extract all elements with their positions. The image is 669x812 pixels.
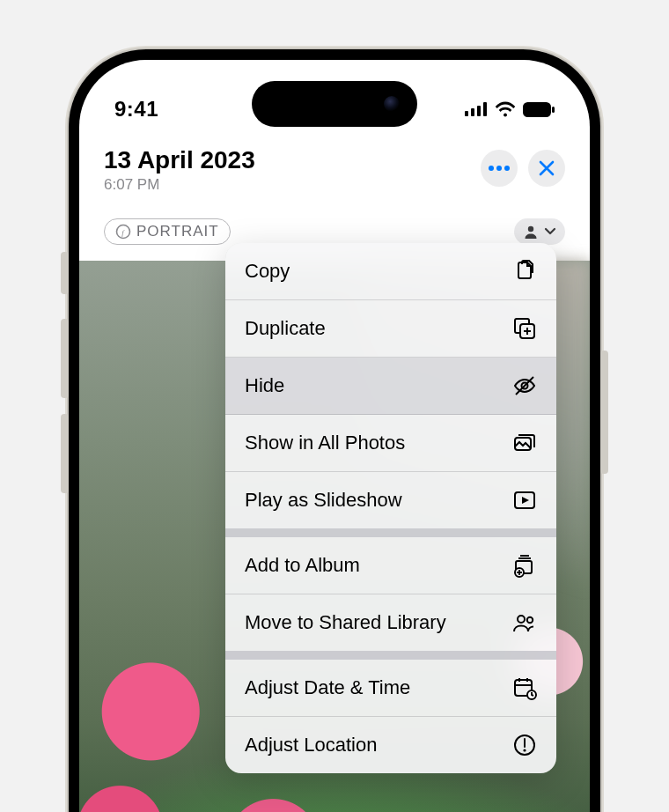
screen: 9:41 13 April 2023 6:07 PM (79, 60, 590, 812)
shared-with-badge[interactable] (514, 218, 565, 245)
shared-library-icon (512, 610, 537, 635)
dynamic-island (252, 81, 417, 127)
wifi-icon (495, 101, 516, 117)
menu-item-slideshow[interactable]: Play as Slideshow (225, 472, 556, 528)
copy-icon (512, 259, 537, 284)
person-icon (523, 224, 539, 240)
location-icon (512, 733, 537, 757)
svg-point-24 (523, 749, 526, 751)
photo-date: 13 April 2023 (104, 146, 255, 174)
menu-item-duplicate[interactable]: Duplicate (225, 300, 556, 358)
menu-item-label: Adjust Date & Time (245, 676, 410, 699)
badge-row: f PORTRAIT (79, 218, 590, 245)
volume-up-button (61, 319, 69, 398)
portrait-badge-label: PORTRAIT (136, 223, 219, 240)
hide-icon (512, 373, 537, 398)
chevron-down-icon (544, 227, 556, 236)
svg-point-7 (496, 166, 502, 171)
menu-item-date-time[interactable]: Adjust Date & Time (225, 660, 556, 717)
menu-item-label: Move to Shared Library (245, 611, 446, 634)
date-time-icon (512, 675, 537, 700)
status-time: 9:41 (114, 97, 158, 122)
more-button[interactable] (481, 150, 518, 187)
svg-rect-0 (465, 111, 468, 116)
menu-separator (225, 528, 556, 537)
mute-switch (61, 252, 69, 294)
title-block: 13 April 2023 6:07 PM (104, 146, 255, 194)
context-menu: Copy Duplicate Hide Show in All Photos (225, 243, 556, 773)
menu-item-hide[interactable]: Hide (225, 358, 556, 415)
menu-item-location[interactable]: Adjust Location (225, 717, 556, 773)
menu-item-label: Adjust Location (245, 734, 377, 757)
svg-point-8 (504, 166, 510, 171)
svg-point-11 (528, 226, 533, 232)
battery-icon (523, 102, 555, 117)
aperture-icon: f (115, 224, 131, 240)
menu-item-label: Hide (245, 374, 284, 397)
svg-point-19 (518, 616, 525, 623)
portrait-badge[interactable]: f PORTRAIT (104, 218, 231, 245)
duplicate-icon (512, 316, 537, 341)
menu-item-label: Copy (245, 260, 290, 283)
svg-rect-4 (523, 102, 551, 117)
header: 13 April 2023 6:07 PM (79, 146, 590, 194)
close-icon (539, 160, 555, 176)
menu-item-label: Play as Slideshow (245, 489, 402, 512)
menu-item-label: Duplicate (245, 317, 326, 340)
menu-item-show-all-photos[interactable]: Show in All Photos (225, 415, 556, 472)
close-button[interactable] (528, 150, 565, 187)
photo-time: 6:07 PM (104, 176, 255, 194)
svg-point-6 (489, 166, 494, 171)
volume-down-button (61, 414, 69, 493)
photos-icon (512, 431, 537, 455)
ellipsis-icon (489, 166, 510, 171)
cellular-icon (465, 102, 488, 116)
menu-separator (225, 651, 556, 660)
power-button (600, 351, 608, 474)
svg-rect-2 (477, 106, 481, 116)
svg-text:f: f (121, 228, 125, 237)
slideshow-icon (512, 488, 537, 513)
add-album-icon (512, 553, 537, 578)
svg-rect-5 (552, 107, 555, 113)
svg-rect-1 (471, 108, 474, 116)
menu-item-shared-library[interactable]: Move to Shared Library (225, 594, 556, 651)
menu-item-copy[interactable]: Copy (225, 243, 556, 300)
menu-item-add-album[interactable]: Add to Album (225, 537, 556, 594)
menu-item-label: Add to Album (245, 554, 360, 577)
svg-point-20 (527, 617, 533, 623)
phone-frame: 9:41 13 April 2023 6:07 PM (69, 49, 600, 812)
status-icons (465, 101, 555, 117)
svg-rect-3 (483, 102, 487, 116)
menu-item-label: Show in All Photos (245, 432, 405, 454)
